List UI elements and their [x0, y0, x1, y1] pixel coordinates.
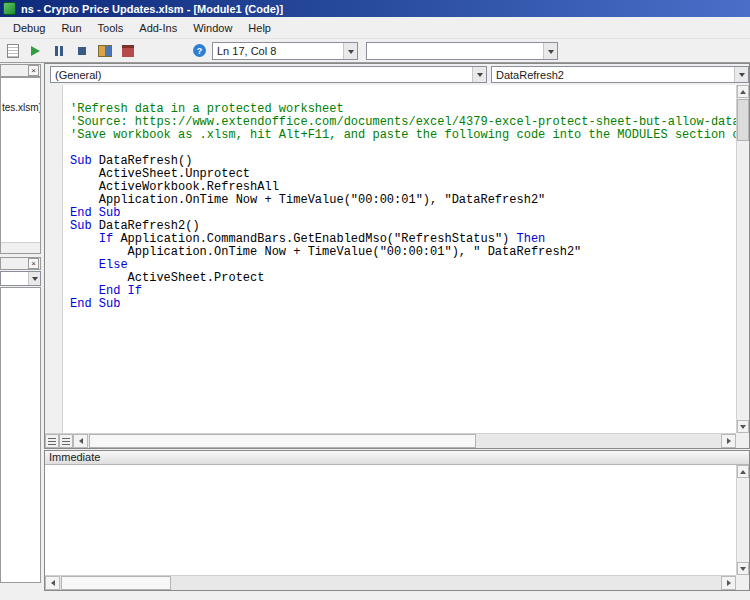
clipboard-icon[interactable]: [4, 42, 21, 59]
titlebar[interactable]: ns - Crypto Price Updates.xlsm - [Module…: [0, 0, 750, 17]
scroll-down-icon[interactable]: [737, 420, 749, 433]
code-line: ActiveSheet.Protect: [70, 272, 736, 285]
project-explorer-tree[interactable]: tes.xlsm): [0, 77, 41, 254]
menu-window[interactable]: Window: [185, 19, 240, 37]
window-title: ns - Crypto Price Updates.xlsm - [Module…: [21, 3, 283, 15]
chevron-down-icon[interactable]: [343, 43, 357, 59]
menu-run[interactable]: Run: [53, 19, 89, 37]
properties-object-combo[interactable]: [0, 271, 41, 286]
help-icon[interactable]: ?: [191, 42, 208, 59]
vba-editor-window: ns - Crypto Price Updates.xlsm - [Module…: [0, 0, 750, 600]
chevron-down-icon[interactable]: [543, 43, 557, 59]
code-line: 'Save workbook as .xlsm, hit Alt+F11, an…: [70, 129, 736, 142]
code-hscroll-thumb[interactable]: [89, 434, 476, 448]
scroll-right-icon[interactable]: [721, 434, 736, 448]
object-dropdown[interactable]: (General): [50, 66, 487, 83]
reset-icon[interactable]: [73, 42, 90, 59]
menu-debug[interactable]: Debug: [5, 19, 53, 37]
toolbar-empty-combo[interactable]: [366, 42, 558, 60]
menu-tools[interactable]: Tools: [90, 19, 132, 37]
full-module-view-button[interactable]: [59, 434, 73, 448]
scroll-corner: [736, 433, 749, 448]
properties-header[interactable]: ×: [0, 257, 41, 270]
code-line: End Sub: [70, 298, 736, 311]
code-line: Application.OnTime Now + TimeValue("00:0…: [70, 246, 736, 259]
immediate-title: Immediate: [49, 451, 100, 463]
menubar: Debug Run Tools Add-Ins Window Help: [0, 17, 750, 38]
code-hscrollbar[interactable]: [45, 433, 736, 448]
help-glyph: ?: [193, 44, 206, 57]
code-window: (General) DataRefresh2 'Refresh data in …: [44, 63, 750, 449]
code-window-header: (General) DataRefresh2: [45, 64, 749, 86]
scroll-right-icon[interactable]: [721, 576, 736, 590]
code-line: Application.OnTime Now + TimeValue("00:0…: [70, 194, 736, 207]
code-lines: 'Refresh data in a protected worksheet'S…: [70, 90, 736, 311]
object-dropdown-value: (General): [51, 69, 472, 81]
code-line: End If: [70, 285, 736, 298]
chevron-down-icon[interactable]: [472, 67, 486, 82]
toolbar: ? Ln 17, Col 8: [0, 38, 750, 63]
cursor-position-text: Ln 17, Col 8: [213, 45, 343, 57]
procedure-dropdown[interactable]: DataRefresh2: [491, 66, 749, 83]
menu-help[interactable]: Help: [240, 19, 279, 37]
scroll-up-icon[interactable]: [737, 85, 749, 98]
immediate-hscrollbar[interactable]: [45, 575, 736, 590]
project-tree-item[interactable]: tes.xlsm): [2, 102, 41, 113]
cursor-position-combo[interactable]: Ln 17, Col 8: [212, 42, 358, 60]
properties-grid[interactable]: [0, 287, 41, 583]
chevron-down-icon[interactable]: [28, 272, 40, 285]
procedure-view-button[interactable]: [45, 434, 59, 448]
break-icon[interactable]: [50, 42, 67, 59]
code-editor[interactable]: 'Refresh data in a protected worksheet'S…: [45, 85, 736, 433]
procedure-dropdown-value: DataRefresh2: [492, 69, 734, 81]
menu-add-ins[interactable]: Add-Ins: [131, 19, 185, 37]
scroll-left-icon[interactable]: [45, 576, 60, 590]
object-browser-icon[interactable]: [96, 42, 113, 59]
project-explorer-header[interactable]: ×: [0, 64, 41, 77]
immediate-hscroll-thumb[interactable]: [61, 576, 171, 590]
code-vscrollbar[interactable]: [736, 85, 749, 433]
immediate-vscrollbar[interactable]: [736, 465, 749, 575]
chevron-down-icon[interactable]: [734, 67, 748, 82]
scroll-left-icon[interactable]: [73, 434, 88, 448]
scroll-up-icon[interactable]: [737, 465, 749, 478]
close-icon[interactable]: ×: [28, 258, 39, 269]
run-icon[interactable]: [27, 42, 44, 59]
scroll-corner: [736, 575, 749, 590]
immediate-header[interactable]: Immediate: [45, 451, 749, 465]
immediate-window: Immediate: [44, 450, 750, 591]
scroll-down-icon[interactable]: [737, 562, 749, 575]
close-icon[interactable]: ×: [28, 65, 39, 76]
immediate-input-area[interactable]: [45, 465, 736, 575]
project-hscrollbar[interactable]: [1, 242, 40, 253]
vba-app-icon: [3, 2, 16, 15]
code-vscroll-thumb[interactable]: [737, 99, 749, 141]
toolbox-icon[interactable]: [119, 42, 136, 59]
code-margin-indicator-bar[interactable]: [45, 85, 63, 433]
